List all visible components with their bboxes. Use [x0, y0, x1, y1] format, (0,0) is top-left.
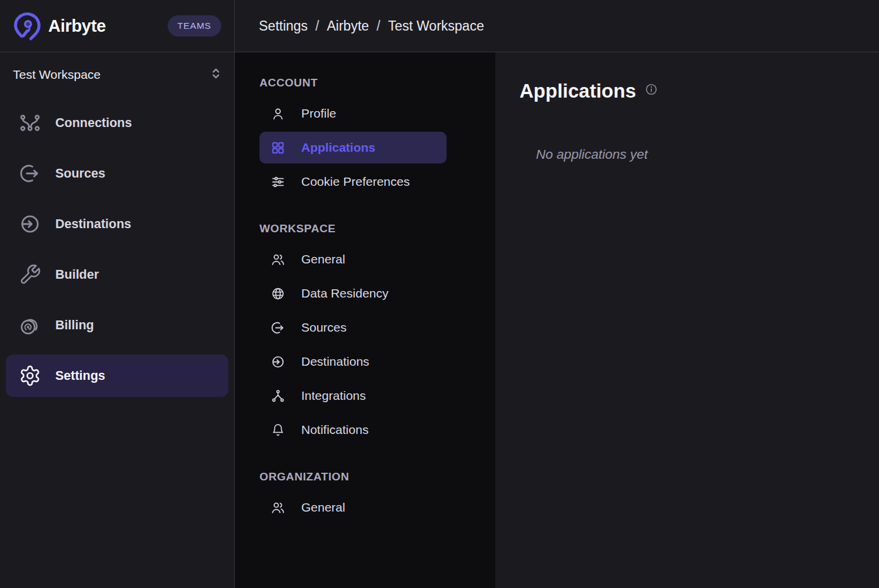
settings-nav-item-data-residency[interactable]: Data Residency: [259, 278, 447, 309]
breadcrumb-separator: /: [377, 18, 380, 34]
settings-nav-item-workspace-general[interactable]: General: [259, 243, 447, 275]
settings-nav-item-applications[interactable]: Applications: [259, 132, 447, 163]
source-arrow-out-icon: [19, 162, 41, 185]
workspace-selector[interactable]: Test Workspace: [6, 59, 228, 90]
grid-icon: [271, 141, 285, 155]
section-title: ACCOUNT: [259, 76, 447, 89]
sidebar-item-billing[interactable]: Billing: [6, 304, 228, 346]
users-icon: [271, 252, 285, 267]
settings-section-account: ACCOUNT Profile: [259, 76, 447, 198]
topbar: Settings / Airbyte / Test Workspace: [235, 0, 879, 52]
settings-nav-label: General: [301, 252, 345, 266]
brand-name: Airbyte: [48, 16, 106, 36]
sidebar-item-sources[interactable]: Sources: [6, 152, 228, 195]
page-header: Applications: [520, 80, 879, 102]
settings-nav-item-workspace-sources[interactable]: Sources: [259, 312, 447, 343]
sidebar-item-label: Connections: [55, 116, 132, 131]
sidebar-item-label: Destinations: [55, 217, 131, 232]
sidebar-item-label: Builder: [55, 268, 99, 282]
connections-icon: [19, 112, 41, 134]
user-icon: [271, 106, 285, 121]
bell-icon: [271, 423, 285, 437]
destination-arrow-in-icon: [19, 213, 41, 235]
sidebar-item-connections[interactable]: Connections: [6, 102, 228, 144]
sidebar-item-label: Sources: [55, 166, 105, 181]
section-title: ORGANIZATION: [259, 470, 447, 483]
sidebar: Test Workspace Connections: [0, 52, 235, 588]
settings-nav-item-workspace-destinations[interactable]: Destinations: [259, 346, 447, 377]
chevron-up-down-icon: [208, 66, 224, 83]
network-icon: [271, 389, 285, 403]
info-icon[interactable]: [645, 83, 658, 96]
sidebar-item-destinations[interactable]: Destinations: [6, 203, 228, 245]
settings-nav-label: Applications: [301, 141, 375, 155]
settings-nav-label: Integrations: [301, 389, 366, 403]
settings-nav-item-notifications[interactable]: Notifications: [259, 414, 447, 446]
settings-nav-label: Cookie Preferences: [301, 175, 409, 189]
page-title: Applications: [520, 80, 636, 102]
settings-nav-label: Data Residency: [301, 286, 388, 300]
source-arrow-out-icon: [271, 320, 285, 335]
settings-nav-item-integrations[interactable]: Integrations: [259, 380, 447, 412]
settings-section-workspace: WORKSPACE General: [259, 222, 447, 446]
sidebar-item-label: Settings: [55, 369, 105, 383]
breadcrumb-separator: /: [315, 18, 319, 34]
settings-nav-item-cookie-preferences[interactable]: Cookie Preferences: [259, 166, 447, 198]
breadcrumb: Settings / Airbyte / Test Workspace: [259, 18, 484, 34]
settings-nav-label: Sources: [301, 320, 347, 335]
settings-nav-item-profile[interactable]: Profile: [259, 98, 447, 129]
wrench-icon: [19, 263, 41, 286]
users-icon: [271, 500, 285, 515]
settings-nav-label: Profile: [301, 106, 337, 121]
gear-icon: [19, 365, 41, 387]
sidebar-item-settings[interactable]: Settings: [6, 355, 228, 397]
sidebar-item-label: Billing: [55, 318, 94, 333]
sidebar-item-builder[interactable]: Builder: [6, 253, 228, 296]
breadcrumb-item-test-workspace[interactable]: Test Workspace: [388, 18, 484, 34]
globe-icon: [271, 286, 285, 301]
breadcrumb-item-settings[interactable]: Settings: [259, 18, 308, 34]
section-title: WORKSPACE: [259, 222, 447, 235]
teams-badge: TEAMS: [168, 15, 221, 36]
settings-nav-item-organization-general[interactable]: General: [259, 492, 447, 523]
settings-nav-label: Destinations: [301, 355, 369, 369]
airbyte-logo-icon[interactable]: [11, 9, 45, 43]
sliders-icon: [271, 175, 285, 189]
settings-nav-label: Notifications: [301, 423, 368, 437]
settings-nav-panel: ACCOUNT Profile: [235, 52, 495, 588]
sidebar-nav: Connections Sources: [6, 102, 228, 397]
settings-nav-label: General: [301, 500, 345, 514]
destination-arrow-in-icon: [271, 355, 285, 369]
topbar-brand: Airbyte TEAMS: [0, 0, 235, 52]
workspace-selector-label: Test Workspace: [13, 68, 101, 82]
main-content: Applications No applications yet: [495, 52, 879, 588]
billing-coins-icon: [19, 314, 41, 336]
breadcrumb-item-airbyte[interactable]: Airbyte: [327, 18, 369, 34]
empty-state-message: No applications yet: [536, 147, 879, 162]
settings-section-organization: ORGANIZATION General: [259, 470, 447, 523]
app-root: Airbyte TEAMS Settings / Airbyte / Test …: [0, 0, 879, 588]
